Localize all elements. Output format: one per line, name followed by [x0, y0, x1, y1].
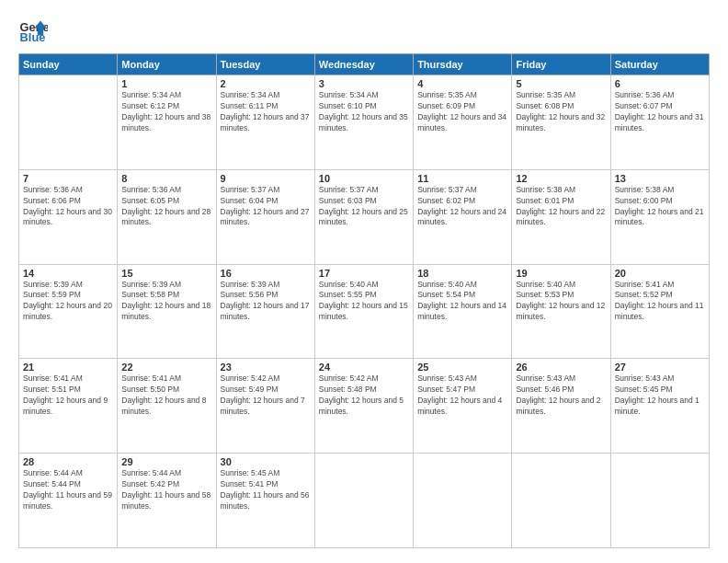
calendar-cell: 23 Sunrise: 5:42 AM Sunset: 5:49 PM Dayl…: [216, 359, 314, 454]
logo-icon: General Blue: [18, 15, 48, 44]
day-info: Sunrise: 5:34 AM Sunset: 6:12 PM Dayligh…: [121, 90, 211, 134]
day-info: Sunrise: 5:39 AM Sunset: 5:59 PM Dayligh…: [23, 280, 113, 324]
calendar-cell: 17 Sunrise: 5:40 AM Sunset: 5:55 PM Dayl…: [314, 264, 413, 359]
day-info: Sunrise: 5:41 AM Sunset: 5:50 PM Dayligh…: [121, 373, 211, 418]
calendar-cell: [512, 454, 610, 548]
day-info: Sunrise: 5:36 AM Sunset: 6:05 PM Dayligh…: [121, 185, 211, 229]
calendar-cell: 12 Sunrise: 5:38 AM Sunset: 6:01 PM Dayl…: [512, 169, 610, 264]
calendar-cell: 15 Sunrise: 5:39 AM Sunset: 5:58 PM Dayl…: [118, 264, 216, 359]
day-number: 24: [319, 362, 409, 373]
calendar-cell: 20 Sunrise: 5:41 AM Sunset: 5:52 PM Dayl…: [610, 264, 709, 359]
calendar-cell: 14 Sunrise: 5:39 AM Sunset: 5:59 PM Dayl…: [19, 264, 118, 359]
calendar-cell: 6 Sunrise: 5:36 AM Sunset: 6:07 PM Dayli…: [610, 75, 709, 170]
weekday-header-thursday: Thursday: [414, 54, 512, 75]
calendar-cell: 5 Sunrise: 5:35 AM Sunset: 6:08 PM Dayli…: [512, 75, 610, 170]
day-number: 28: [23, 456, 113, 467]
day-number: 5: [516, 78, 606, 89]
day-number: 14: [23, 268, 113, 279]
day-number: 17: [319, 268, 409, 279]
day-info: Sunrise: 5:44 AM Sunset: 5:42 PM Dayligh…: [121, 468, 211, 512]
weekday-header-sunday: Sunday: [19, 54, 118, 75]
day-info: Sunrise: 5:34 AM Sunset: 6:10 PM Dayligh…: [319, 90, 409, 134]
calendar-cell: 1 Sunrise: 5:34 AM Sunset: 6:12 PM Dayli…: [118, 75, 216, 170]
weekday-header-saturday: Saturday: [610, 54, 709, 75]
day-number: 23: [221, 362, 311, 373]
day-info: Sunrise: 5:37 AM Sunset: 6:03 PM Dayligh…: [319, 185, 409, 229]
day-number: 20: [615, 268, 705, 279]
weekday-header-wednesday: Wednesday: [314, 54, 413, 75]
day-info: Sunrise: 5:37 AM Sunset: 6:04 PM Dayligh…: [221, 185, 311, 229]
day-number: 1: [121, 78, 211, 89]
day-number: 26: [516, 362, 606, 373]
day-number: 2: [221, 78, 311, 89]
calendar-cell: 21 Sunrise: 5:41 AM Sunset: 5:51 PM Dayl…: [19, 359, 118, 454]
day-info: Sunrise: 5:38 AM Sunset: 6:01 PM Dayligh…: [516, 185, 606, 229]
day-number: 7: [23, 173, 113, 184]
day-info: Sunrise: 5:42 AM Sunset: 5:49 PM Dayligh…: [221, 373, 311, 418]
day-info: Sunrise: 5:43 AM Sunset: 5:47 PM Dayligh…: [417, 373, 507, 418]
calendar-cell: 25 Sunrise: 5:43 AM Sunset: 5:47 PM Dayl…: [414, 359, 512, 454]
day-info: Sunrise: 5:41 AM Sunset: 5:51 PM Dayligh…: [23, 373, 113, 418]
day-info: Sunrise: 5:42 AM Sunset: 5:48 PM Dayligh…: [319, 373, 409, 418]
weekday-header-friday: Friday: [512, 54, 610, 75]
calendar-cell: 7 Sunrise: 5:36 AM Sunset: 6:06 PM Dayli…: [19, 169, 118, 264]
day-number: 19: [516, 268, 606, 279]
calendar-cell: 28 Sunrise: 5:44 AM Sunset: 5:44 PM Dayl…: [19, 454, 118, 548]
day-info: Sunrise: 5:44 AM Sunset: 5:44 PM Dayligh…: [23, 468, 113, 512]
day-number: 18: [417, 268, 507, 279]
day-info: Sunrise: 5:37 AM Sunset: 6:02 PM Dayligh…: [417, 185, 507, 229]
day-number: 3: [319, 78, 409, 89]
calendar-cell: 18 Sunrise: 5:40 AM Sunset: 5:54 PM Dayl…: [414, 264, 512, 359]
day-number: 11: [417, 173, 507, 184]
day-number: 12: [516, 173, 606, 184]
day-number: 15: [121, 268, 211, 279]
calendar-cell: 13 Sunrise: 5:38 AM Sunset: 6:00 PM Dayl…: [610, 169, 709, 264]
weekday-header-monday: Monday: [118, 54, 216, 75]
day-number: 13: [615, 173, 705, 184]
day-number: 16: [221, 268, 311, 279]
calendar-cell: 24 Sunrise: 5:42 AM Sunset: 5:48 PM Dayl…: [314, 359, 413, 454]
day-info: Sunrise: 5:45 AM Sunset: 5:41 PM Dayligh…: [221, 468, 311, 512]
day-number: 9: [221, 173, 311, 184]
calendar-cell: 27 Sunrise: 5:43 AM Sunset: 5:45 PM Dayl…: [610, 359, 709, 454]
day-info: Sunrise: 5:43 AM Sunset: 5:45 PM Dayligh…: [615, 373, 705, 418]
weekday-header-tuesday: Tuesday: [216, 54, 314, 75]
day-info: Sunrise: 5:36 AM Sunset: 6:07 PM Dayligh…: [615, 90, 705, 134]
calendar-cell: 3 Sunrise: 5:34 AM Sunset: 6:10 PM Dayli…: [314, 75, 413, 170]
day-info: Sunrise: 5:39 AM Sunset: 5:58 PM Dayligh…: [121, 280, 211, 324]
calendar-cell: 9 Sunrise: 5:37 AM Sunset: 6:04 PM Dayli…: [216, 169, 314, 264]
calendar-cell: 22 Sunrise: 5:41 AM Sunset: 5:50 PM Dayl…: [118, 359, 216, 454]
day-info: Sunrise: 5:34 AM Sunset: 6:11 PM Dayligh…: [221, 90, 311, 134]
calendar-cell: 2 Sunrise: 5:34 AM Sunset: 6:11 PM Dayli…: [216, 75, 314, 170]
day-number: 6: [615, 78, 705, 89]
calendar-cell: 16 Sunrise: 5:39 AM Sunset: 5:56 PM Dayl…: [216, 264, 314, 359]
calendar-cell: 26 Sunrise: 5:43 AM Sunset: 5:46 PM Dayl…: [512, 359, 610, 454]
day-info: Sunrise: 5:38 AM Sunset: 6:00 PM Dayligh…: [615, 185, 705, 229]
day-number: 21: [23, 362, 113, 373]
day-info: Sunrise: 5:35 AM Sunset: 6:09 PM Dayligh…: [417, 90, 507, 134]
day-info: Sunrise: 5:36 AM Sunset: 6:06 PM Dayligh…: [23, 185, 113, 229]
day-number: 4: [417, 78, 507, 89]
day-number: 10: [319, 173, 409, 184]
day-number: 8: [121, 173, 211, 184]
day-info: Sunrise: 5:40 AM Sunset: 5:55 PM Dayligh…: [319, 280, 409, 324]
day-info: Sunrise: 5:41 AM Sunset: 5:52 PM Dayligh…: [615, 280, 705, 324]
header: General Blue: [18, 15, 710, 44]
day-number: 25: [417, 362, 507, 373]
calendar-cell: 10 Sunrise: 5:37 AM Sunset: 6:03 PM Dayl…: [314, 169, 413, 264]
day-number: 29: [121, 456, 211, 467]
calendar-cell: 19 Sunrise: 5:40 AM Sunset: 5:53 PM Dayl…: [512, 264, 610, 359]
calendar-cell: [610, 454, 709, 548]
calendar-cell: 8 Sunrise: 5:36 AM Sunset: 6:05 PM Dayli…: [118, 169, 216, 264]
day-info: Sunrise: 5:35 AM Sunset: 6:08 PM Dayligh…: [516, 90, 606, 134]
calendar-cell: 30 Sunrise: 5:45 AM Sunset: 5:41 PM Dayl…: [216, 454, 314, 548]
day-info: Sunrise: 5:40 AM Sunset: 5:53 PM Dayligh…: [516, 280, 606, 324]
page: General Blue SundayMondayTuesdayWednesda…: [0, 0, 728, 563]
day-info: Sunrise: 5:40 AM Sunset: 5:54 PM Dayligh…: [417, 280, 507, 324]
day-number: 27: [615, 362, 705, 373]
calendar-cell: 29 Sunrise: 5:44 AM Sunset: 5:42 PM Dayl…: [118, 454, 216, 548]
calendar-cell: 11 Sunrise: 5:37 AM Sunset: 6:02 PM Dayl…: [414, 169, 512, 264]
calendar-cell: [19, 75, 118, 170]
day-number: 22: [121, 362, 211, 373]
logo: General Blue: [18, 15, 51, 44]
